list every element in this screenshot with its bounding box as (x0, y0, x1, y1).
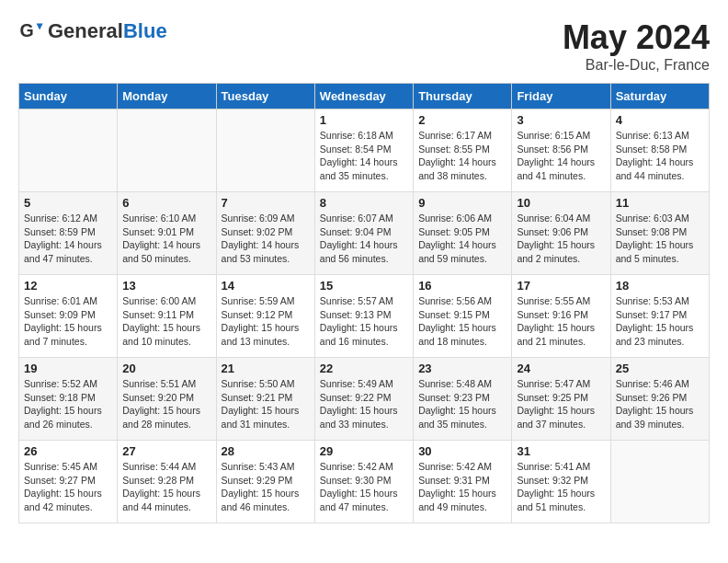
table-row: 4Sunrise: 6:13 AMSunset: 8:58 PMDaylight… (610, 109, 709, 192)
day-info: Sunrise: 5:50 AMSunset: 9:21 PMDaylight:… (222, 377, 310, 431)
day-number: 11 (616, 196, 704, 210)
table-row: 24Sunrise: 5:47 AMSunset: 9:25 PMDayligh… (512, 358, 610, 441)
table-row: 9Sunrise: 6:06 AMSunset: 9:05 PMDaylight… (414, 192, 512, 275)
table-row: 30Sunrise: 5:42 AMSunset: 9:31 PMDayligh… (414, 441, 512, 523)
day-info: Sunrise: 5:52 AMSunset: 9:18 PMDaylight:… (24, 377, 112, 431)
day-number: 24 (517, 362, 605, 375)
logo-icon: G (18, 18, 44, 44)
day-info: Sunrise: 5:44 AMSunset: 9:28 PMDaylight:… (122, 460, 210, 514)
day-number: 27 (122, 444, 210, 458)
day-number: 17 (517, 279, 605, 293)
day-info: Sunrise: 5:55 AMSunset: 9:16 PMDaylight:… (517, 294, 605, 349)
day-number: 16 (418, 279, 506, 293)
day-number: 15 (320, 279, 408, 293)
day-info: Sunrise: 5:41 AMSunset: 9:32 PMDaylight:… (517, 460, 605, 514)
table-row: 27Sunrise: 5:44 AMSunset: 9:28 PMDayligh… (118, 441, 216, 523)
day-info: Sunrise: 5:45 AMSunset: 9:27 PMDaylight:… (24, 460, 112, 514)
day-number: 12 (24, 279, 112, 293)
day-info: Sunrise: 5:56 AMSunset: 9:15 PMDaylight:… (418, 294, 506, 349)
table-row: 7Sunrise: 6:09 AMSunset: 9:02 PMDaylight… (216, 192, 314, 275)
day-number: 26 (24, 444, 112, 458)
table-row: 12Sunrise: 6:01 AMSunset: 9:09 PMDayligh… (19, 275, 118, 358)
day-info: Sunrise: 6:01 AMSunset: 9:09 PMDaylight:… (24, 294, 112, 349)
header: G GeneralBlue May 2024 Bar-le-Duc, Franc… (18, 18, 710, 74)
day-info: Sunrise: 5:57 AMSunset: 9:13 PMDaylight:… (320, 294, 408, 349)
day-info: Sunrise: 5:59 AMSunset: 9:12 PMDaylight:… (222, 294, 310, 349)
table-row: 1Sunrise: 6:18 AMSunset: 8:54 PMDaylight… (314, 109, 413, 192)
day-number: 21 (222, 362, 310, 375)
table-row: 18Sunrise: 5:53 AMSunset: 9:17 PMDayligh… (610, 275, 709, 358)
title-area: May 2024 Bar-le-Duc, France (563, 18, 710, 74)
week-row-3: 12Sunrise: 6:01 AMSunset: 9:09 PMDayligh… (19, 275, 710, 358)
header-day-friday: Friday (512, 84, 610, 109)
table-row: 25Sunrise: 5:46 AMSunset: 9:26 PMDayligh… (610, 358, 709, 441)
day-info: Sunrise: 6:03 AMSunset: 9:08 PMDaylight:… (616, 212, 704, 266)
table-row: 11Sunrise: 6:03 AMSunset: 9:08 PMDayligh… (610, 192, 709, 275)
day-number: 2 (418, 113, 506, 127)
header-day-wednesday: Wednesday (314, 84, 413, 109)
day-number: 10 (517, 196, 605, 210)
day-number: 20 (122, 362, 210, 375)
day-number: 4 (616, 113, 704, 127)
day-info: Sunrise: 5:51 AMSunset: 9:20 PMDaylight:… (122, 377, 210, 431)
day-info: Sunrise: 6:06 AMSunset: 9:05 PMDaylight:… (418, 212, 506, 266)
table-row: 15Sunrise: 5:57 AMSunset: 9:13 PMDayligh… (314, 275, 413, 358)
header-day-monday: Monday (118, 84, 216, 109)
day-number: 8 (320, 196, 408, 210)
day-info: Sunrise: 5:48 AMSunset: 9:23 PMDaylight:… (418, 377, 506, 431)
table-row: 31Sunrise: 5:41 AMSunset: 9:32 PMDayligh… (512, 441, 610, 523)
logo-blue: Blue (123, 19, 167, 42)
svg-marker-1 (37, 24, 43, 30)
day-info: Sunrise: 5:53 AMSunset: 9:17 PMDaylight:… (616, 294, 704, 349)
day-info: Sunrise: 5:42 AMSunset: 9:30 PMDaylight:… (320, 460, 408, 514)
location-title: Bar-le-Duc, France (563, 57, 710, 74)
day-number: 30 (418, 444, 506, 458)
table-row (610, 441, 709, 523)
logo-text: GeneralBlue (48, 19, 167, 43)
week-row-1: 1Sunrise: 6:18 AMSunset: 8:54 PMDaylight… (19, 109, 710, 192)
day-number: 5 (24, 196, 112, 210)
day-info: Sunrise: 6:00 AMSunset: 9:11 PMDaylight:… (122, 294, 210, 349)
table-row: 3Sunrise: 6:15 AMSunset: 8:56 PMDaylight… (512, 109, 610, 192)
day-info: Sunrise: 6:07 AMSunset: 9:04 PMDaylight:… (320, 212, 408, 266)
table-row: 10Sunrise: 6:04 AMSunset: 9:06 PMDayligh… (512, 192, 610, 275)
day-number: 18 (616, 279, 704, 293)
day-number: 13 (122, 279, 210, 293)
day-info: Sunrise: 6:10 AMSunset: 9:01 PMDaylight:… (122, 212, 210, 266)
week-row-2: 5Sunrise: 6:12 AMSunset: 8:59 PMDaylight… (19, 192, 710, 275)
table-row (118, 109, 216, 192)
day-number: 7 (222, 196, 310, 210)
table-row: 23Sunrise: 5:48 AMSunset: 9:23 PMDayligh… (414, 358, 512, 441)
day-info: Sunrise: 6:13 AMSunset: 8:58 PMDaylight:… (616, 129, 704, 183)
table-row: 13Sunrise: 6:00 AMSunset: 9:11 PMDayligh… (118, 275, 216, 358)
table-row: 8Sunrise: 6:07 AMSunset: 9:04 PMDaylight… (314, 192, 413, 275)
table-row: 19Sunrise: 5:52 AMSunset: 9:18 PMDayligh… (19, 358, 118, 441)
day-number: 25 (616, 362, 704, 375)
day-info: Sunrise: 5:49 AMSunset: 9:22 PMDaylight:… (320, 377, 408, 431)
calendar-table: SundayMondayTuesdayWednesdayThursdayFrid… (18, 83, 710, 523)
day-info: Sunrise: 6:09 AMSunset: 9:02 PMDaylight:… (222, 212, 310, 266)
day-number: 29 (320, 444, 408, 458)
logo-general: General (48, 19, 123, 42)
week-row-4: 19Sunrise: 5:52 AMSunset: 9:18 PMDayligh… (19, 358, 710, 441)
day-number: 19 (24, 362, 112, 375)
day-number: 14 (222, 279, 310, 293)
day-info: Sunrise: 6:15 AMSunset: 8:56 PMDaylight:… (517, 129, 605, 183)
table-row: 2Sunrise: 6:17 AMSunset: 8:55 PMDaylight… (414, 109, 512, 192)
week-row-5: 26Sunrise: 5:45 AMSunset: 9:27 PMDayligh… (19, 441, 710, 523)
day-number: 3 (517, 113, 605, 127)
day-info: Sunrise: 6:18 AMSunset: 8:54 PMDaylight:… (320, 129, 408, 183)
header-day-tuesday: Tuesday (216, 84, 314, 109)
header-day-thursday: Thursday (414, 84, 512, 109)
header-row: SundayMondayTuesdayWednesdayThursdayFrid… (19, 84, 710, 109)
table-row: 17Sunrise: 5:55 AMSunset: 9:16 PMDayligh… (512, 275, 610, 358)
table-row (19, 109, 118, 192)
day-info: Sunrise: 6:12 AMSunset: 8:59 PMDaylight:… (24, 212, 112, 266)
day-number: 1 (320, 113, 408, 127)
table-row: 20Sunrise: 5:51 AMSunset: 9:20 PMDayligh… (118, 358, 216, 441)
table-row (216, 109, 314, 192)
day-info: Sunrise: 6:17 AMSunset: 8:55 PMDaylight:… (418, 129, 506, 183)
table-row: 21Sunrise: 5:50 AMSunset: 9:21 PMDayligh… (216, 358, 314, 441)
day-number: 22 (320, 362, 408, 375)
day-number: 6 (122, 196, 210, 210)
